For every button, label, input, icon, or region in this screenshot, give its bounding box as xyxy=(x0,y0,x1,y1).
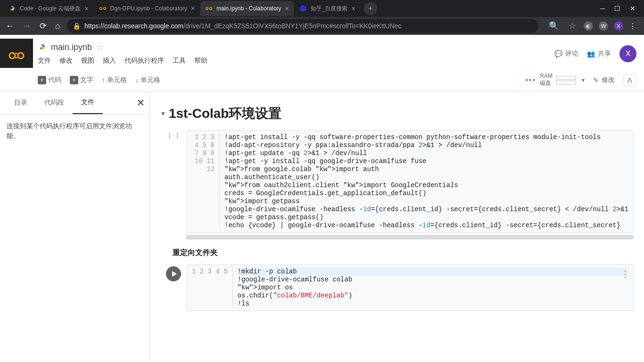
edit-mode-button[interactable]: ✎修改 xyxy=(593,76,615,84)
section-title: 1st-Colab环境设置 xyxy=(169,105,282,123)
browser-tab-2[interactable]: main.ipynb - Colaboratory× xyxy=(200,1,294,16)
share-button[interactable]: 👥 共享 xyxy=(587,49,611,58)
section-header[interactable]: ▼ 1st-Colab环境设置 xyxy=(160,96,634,128)
connection-status-icon: ••• xyxy=(526,76,537,84)
arrow-up-icon: ↑ xyxy=(102,76,105,84)
back-button[interactable]: ← xyxy=(4,19,16,33)
cell-menu-icon[interactable]: ⋮ xyxy=(621,269,629,279)
notebook-area: ▼ 1st-Colab环境设置 [ ] 1 2 3 4 5 6 7 8 9 10… xyxy=(150,91,644,362)
menu-item-0[interactable]: 文件 xyxy=(38,57,51,65)
disk-label: 磁盘 xyxy=(540,79,553,87)
extension-icon-1[interactable]: ◐ xyxy=(584,21,593,31)
arrow-down-icon: ↓ xyxy=(135,76,139,84)
extension-icon-2[interactable]: W xyxy=(599,21,608,31)
svg-point-1 xyxy=(103,8,106,10)
side-tab-1[interactable]: 代码段 xyxy=(36,92,73,114)
url-path: /drive/1M_dEzqK5ZS51OiVX56toBNY1YjE5nPmc… xyxy=(183,22,402,30)
tab-close-icon[interactable]: × xyxy=(84,5,88,12)
ram-bar xyxy=(556,76,576,80)
browser-toolbar: ← → ⟳ ⌂ 🔒 https://colab.research.google.… xyxy=(0,17,644,35)
new-tab-button[interactable]: + xyxy=(364,2,377,15)
tab-close-icon[interactable]: × xyxy=(285,5,289,12)
collapse-button[interactable]: ᐱ xyxy=(623,74,636,86)
menu-item-3[interactable]: 插入 xyxy=(103,57,116,65)
cell-down-button[interactable]: ↓单元格 xyxy=(135,76,160,84)
svg-point-0 xyxy=(99,8,102,10)
toolbar: +代码 +文字 ↑单元格 ↓单元格 ••• RAM 磁盘 ▾ ✎修改 ᐱ xyxy=(0,70,644,91)
close-panel-icon[interactable]: ✕ xyxy=(137,97,145,108)
drive-icon xyxy=(38,43,47,51)
side-panel-tabs: 目录代码段文件✕ xyxy=(0,91,149,115)
text-cell[interactable]: 重定向文件夹 xyxy=(160,239,634,263)
code-editor-1[interactable]: !apt-get install -y -qq software-propert… xyxy=(220,133,628,230)
star-bookmark-icon[interactable]: ☆ xyxy=(567,19,578,33)
browser-tab-strip: Code - Google 云端硬盘×Dqn-GPU.ipynb - Colab… xyxy=(0,0,644,17)
menu-item-4[interactable]: 代码执行程序 xyxy=(124,57,164,65)
profile-icon[interactable]: X xyxy=(614,21,623,31)
url-host: https://colab.research.google.com xyxy=(84,22,183,30)
svg-point-5 xyxy=(9,53,15,58)
svg-point-3 xyxy=(210,8,212,10)
user-avatar[interactable]: X xyxy=(619,45,636,62)
browser-tab-1[interactable]: Dqn-GPU.ipynb - Colaboratory× xyxy=(94,1,200,16)
browser-tab-3[interactable]: 知乎_百度搜索× xyxy=(295,1,360,16)
menu-item-6[interactable]: 帮助 xyxy=(194,57,207,65)
comment-button[interactable]: 💬 评论 xyxy=(554,49,578,58)
forward-button[interactable]: → xyxy=(21,19,33,33)
minimize-button[interactable]: ─ xyxy=(600,5,605,12)
maximize-button[interactable]: ☐ xyxy=(614,5,620,12)
svg-point-4 xyxy=(300,5,306,11)
side-tab-0[interactable]: 目录 xyxy=(6,92,36,114)
svg-point-2 xyxy=(206,8,208,10)
cell-up-button[interactable]: ↑单元格 xyxy=(102,76,127,84)
execution-indicator: [ ] xyxy=(168,132,179,233)
side-panel: 目录代码段文件✕ 连接到某个代码执行程序可启用文件浏览功能。 xyxy=(0,91,150,362)
code-cell-2[interactable]: ⋮ 1 2 3 4 5 !mkdir -p colab !google-driv… xyxy=(160,264,634,311)
share-icon: 👥 xyxy=(587,50,595,58)
tab-close-icon[interactable]: × xyxy=(191,5,195,12)
window-controls: ─ ☐ ✕ xyxy=(600,5,640,12)
resource-indicator[interactable]: ••• RAM 磁盘 ▾ xyxy=(526,73,585,87)
add-code-button[interactable]: +代码 xyxy=(38,76,61,84)
comment-icon: 💬 xyxy=(554,50,562,58)
document-title[interactable]: main.ipynb xyxy=(51,42,92,52)
run-cell-button[interactable] xyxy=(166,266,181,281)
side-tab-2[interactable]: 文件 xyxy=(73,91,103,114)
lock-icon: 🔒 xyxy=(73,22,81,30)
section-collapse-icon[interactable]: ▼ xyxy=(160,110,166,117)
add-text-button[interactable]: +文字 xyxy=(70,76,93,84)
menu-bar: 文件修改视图插入代码执行程序工具帮助 xyxy=(38,54,554,70)
menu-item-2[interactable]: 视图 xyxy=(81,57,94,65)
resource-dropdown-icon[interactable]: ▾ xyxy=(582,77,585,83)
address-bar[interactable]: 🔒 https://colab.research.google.com/driv… xyxy=(67,19,538,33)
reload-button[interactable]: ⟳ xyxy=(38,19,49,33)
code-cell-1[interactable]: [ ] 1 2 3 4 5 6 7 8 9 10 11 12 !apt-get … xyxy=(160,130,634,233)
menu-item-5[interactable]: 工具 xyxy=(173,57,186,65)
code-editor-2[interactable]: !mkdir -p colab !google-drive-ocamlfuse … xyxy=(233,268,628,308)
disk-bar xyxy=(556,81,576,84)
home-button[interactable]: ⌂ xyxy=(53,19,62,33)
horizontal-scrollbar[interactable] xyxy=(186,235,634,239)
browser-tab-0[interactable]: Code - Google 云端硬盘× xyxy=(4,1,93,16)
browser-menu-icon[interactable]: ⋮ xyxy=(629,22,636,31)
side-panel-content: 连接到某个代码执行程序可启用文件浏览功能。 xyxy=(0,115,149,148)
tab-close-icon[interactable]: × xyxy=(351,5,355,12)
ram-label: RAM xyxy=(540,73,553,79)
close-window-button[interactable]: ✕ xyxy=(630,5,636,12)
pencil-icon: ✎ xyxy=(593,76,599,84)
svg-point-6 xyxy=(18,53,24,58)
zoom-icon[interactable]: 🔍 xyxy=(547,19,561,33)
star-icon[interactable]: ☆ xyxy=(96,41,104,53)
menu-item-1[interactable]: 修改 xyxy=(59,57,73,65)
colab-logo[interactable] xyxy=(0,39,33,68)
extension-icons: 🔍 ☆ ◐ W X ⋮ xyxy=(543,19,640,33)
colab-header: main.ipynb ☆ 文件修改视图插入代码执行程序工具帮助 💬 评论 👥 共… xyxy=(0,35,644,70)
